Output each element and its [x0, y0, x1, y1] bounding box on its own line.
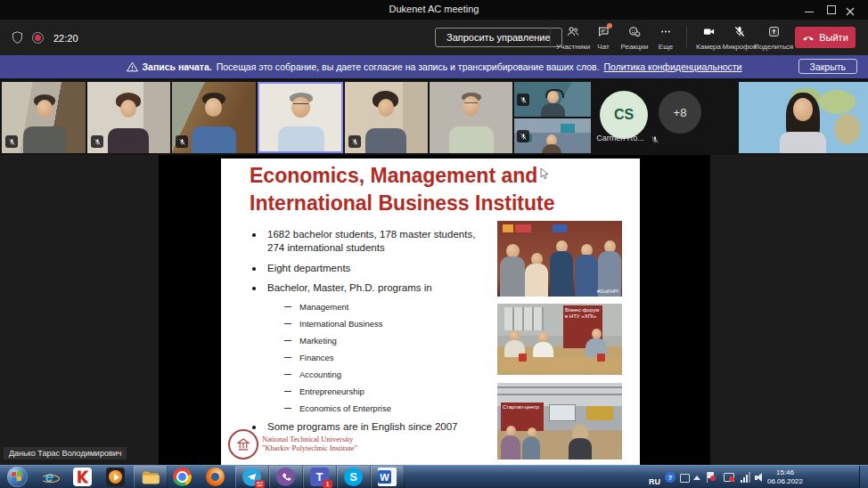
maximize-button[interactable] — [824, 4, 840, 15]
chrome-icon[interactable] — [173, 468, 192, 486]
teams-badge: 1 — [323, 480, 332, 488]
glasses-detail — [464, 102, 478, 107]
more-options-button[interactable]: Еще — [646, 25, 685, 51]
slide-photo-forum: Бізнес-форум в НТУ «ХПІ» — [497, 304, 622, 375]
slide-photo-students: #GoKhPI — [497, 221, 622, 297]
office-detail — [561, 124, 575, 133]
slide-bullet: Eight departments — [267, 262, 479, 275]
muted-mic-icon — [517, 94, 529, 106]
video-tile-participant-3[interactable] — [172, 82, 256, 153]
meeting-timer: 22:20 — [53, 33, 78, 44]
glasses-detail — [293, 103, 308, 108]
hang-up-icon — [802, 33, 815, 42]
video-tile-active-speaker[interactable] — [258, 82, 343, 153]
presenter-name-label: Данько Тарас Володимирович — [4, 447, 127, 460]
toolbar-divider — [686, 27, 687, 48]
folder-icon — [141, 468, 160, 485]
overflow-participants-badge[interactable]: +8 — [659, 91, 701, 134]
video-tile-participant-7[interactable] — [514, 82, 591, 117]
signal-bars-icon[interactable] — [741, 472, 751, 483]
video-tile-participant-5[interactable] — [345, 82, 428, 153]
slide-sub-bullet: Economics of Enterprise — [299, 403, 478, 413]
mouse-cursor — [540, 167, 550, 180]
video-tile-participant-6[interactable] — [430, 82, 512, 153]
window-title: Dukenet AC meeting — [0, 4, 868, 14]
projector-screen — [549, 404, 576, 421]
slide-sub-bullet: Entrepreneurship — [299, 386, 478, 396]
university-name: National Technical University "Kharkiv P… — [262, 435, 357, 452]
teams-meeting-window: Dukenet AC meeting 22:20 Запросить управ… — [0, 0, 868, 488]
toolbar-divider — [550, 27, 551, 48]
telegram-icon: 52 — [242, 468, 261, 486]
skype-icon: S — [344, 468, 363, 486]
minimize-button[interactable] — [802, 4, 818, 15]
slide-sub-bullet: Marketing — [299, 336, 478, 346]
start-button[interactable] — [7, 467, 28, 487]
leave-button[interactable]: Выйти — [795, 27, 856, 48]
slide-bullet: Some programs are in English since 2007 — [267, 420, 479, 434]
tray-device-icon[interactable] — [680, 474, 690, 483]
request-control-button[interactable]: Запросить управление — [435, 28, 562, 47]
slide-sub-bullet: Finances — [299, 353, 478, 362]
recording-banner: Запись начата. Посещая это собрание, вы … — [0, 55, 868, 78]
slide-sub-bullet: Accounting — [299, 370, 478, 379]
photo-hashtag: #GoKhPI — [597, 289, 618, 294]
more-icon — [659, 25, 673, 38]
show-desktop-button[interactable] — [859, 466, 868, 488]
muted-mic-icon — [176, 135, 188, 148]
internet-explorer-icon[interactable]: e — [40, 468, 59, 486]
close-button[interactable] — [845, 4, 861, 15]
media-player-icon[interactable] — [106, 468, 125, 486]
clock-time: 15:46 — [762, 468, 808, 477]
muted-mic-icon — [348, 135, 361, 148]
meeting-toolbar: 22:20 Запросить управление Участники Чат — [0, 20, 868, 55]
video-tile-participant-2[interactable] — [87, 82, 170, 153]
telegram-button[interactable]: 52 — [235, 466, 269, 488]
taskbar-clock[interactable]: 15:46 06.06.2022 — [762, 468, 808, 486]
telegram-badge: 52 — [255, 480, 265, 488]
warning-icon — [127, 61, 138, 72]
video-tile-participant-9[interactable] — [739, 82, 868, 153]
chat-notification-badge — [607, 23, 612, 28]
banner-close-button[interactable]: Закрыть — [798, 59, 857, 74]
video-tile-participant-8[interactable] — [514, 118, 591, 153]
slide-bullet: 1682 bachelor students, 178 master stude… — [267, 228, 479, 255]
bd-logo-block — [586, 406, 613, 420]
video-tile-participant-1[interactable] — [2, 82, 86, 153]
camera-icon — [701, 25, 717, 38]
slide-title: Economics, Management and International … — [250, 162, 606, 217]
clock-date: 06.06.2022 — [762, 477, 808, 486]
language-indicator[interactable]: RU — [649, 472, 660, 488]
privacy-policy-link[interactable]: Политика конфиденциальности — [604, 61, 742, 72]
share-button[interactable]: Поделиться — [754, 25, 793, 51]
banner-message: Посещая это собрание, вы даете согласие … — [217, 61, 600, 72]
recording-indicator-icon — [32, 32, 44, 44]
help-tray-icon[interactable]: ? — [665, 472, 676, 483]
word-button[interactable]: W — [371, 466, 405, 488]
file-explorer-button[interactable] — [134, 466, 168, 488]
firefox-icon[interactable] — [206, 468, 225, 486]
word-icon: W — [378, 468, 397, 486]
microphone-muted-icon — [733, 25, 747, 38]
skype-button[interactable]: S — [337, 466, 371, 488]
slide-sub-bullet: International Business — [299, 319, 478, 329]
headphones-detail — [545, 89, 564, 98]
slide-photo-startup-center: Стартап-центр — [497, 383, 622, 460]
viber-icon — [276, 468, 295, 486]
screen-share-stage: Economics, Management and International … — [0, 155, 868, 465]
participant-video-strip: CS Carmen Ro... +8 — [0, 78, 868, 155]
show-hidden-icons-button[interactable] — [693, 476, 700, 480]
muted-mic-icon — [517, 130, 529, 142]
reactions-icon — [627, 25, 642, 38]
share-letterbox: Economics, Management and International … — [159, 155, 710, 465]
teams-icon: T 1 — [310, 468, 329, 486]
teams-button[interactable]: T 1 — [303, 466, 337, 488]
muted-mic-icon — [649, 134, 661, 146]
avatar-name-label: Carmen Ro... — [584, 134, 657, 142]
muted-mic-icon — [5, 135, 18, 148]
avatar-carmen[interactable]: CS — [600, 91, 648, 139]
presentation-slide: Economics, Management and International … — [221, 159, 640, 465]
media-player-k-icon[interactable] — [73, 468, 92, 486]
banner-title: Запись начата. — [143, 61, 212, 72]
viber-button[interactable] — [269, 466, 303, 488]
